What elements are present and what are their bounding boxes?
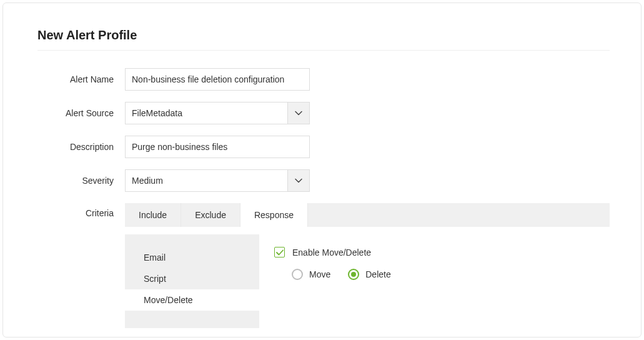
label-radio-delete: Delete [365,269,390,279]
subnav-email[interactable]: Email [125,247,259,268]
select-alert-source-caret[interactable] [287,102,310,124]
label-severity: Severity [37,176,125,186]
chevron-down-icon [295,178,302,183]
label-alert-name: Alert Name [37,74,125,84]
row-severity: Severity Medium [37,169,610,192]
select-severity-caret[interactable] [287,169,310,192]
row-alert-name: Alert Name [37,68,610,91]
select-severity-value: Medium [125,169,287,192]
enable-move-delete-row: Enable Move/Delete [274,247,595,258]
label-alert-source: Alert Source [37,108,125,118]
response-panel: Enable Move/Delete Move Delete [259,234,610,328]
radio-delete-circle [348,269,359,280]
select-alert-source[interactable]: FileMetadata [125,102,310,124]
check-icon [276,249,284,256]
input-alert-name[interactable] [125,68,310,91]
radio-move-circle [292,269,303,280]
subnav-move-delete[interactable]: Move/Delete [125,289,259,311]
label-radio-move: Move [309,269,330,279]
select-alert-source-value: FileMetadata [125,102,287,124]
tab-filler [308,203,610,227]
row-description: Description [37,136,610,158]
radio-delete[interactable]: Delete [348,269,390,280]
label-enable-move-delete: Enable Move/Delete [292,248,371,258]
tab-exclude[interactable]: Exclude [181,203,240,227]
response-content: Email Script Move/Delete Enable Move/Del… [125,234,610,328]
radio-move[interactable]: Move [292,269,330,280]
alert-profile-form: New Alert Profile Alert Name Alert Sourc… [2,2,642,338]
subnav-script[interactable]: Script [125,268,259,289]
criteria-tabs-area: Include Exclude Response Email Script Mo… [125,203,610,328]
response-subnav: Email Script Move/Delete [125,234,259,328]
select-severity[interactable]: Medium [125,169,310,192]
criteria-tabs: Include Exclude Response [125,203,610,227]
tab-include[interactable]: Include [125,203,181,227]
checkbox-enable-move-delete[interactable] [274,247,285,258]
label-criteria: Criteria [37,203,125,218]
chevron-down-icon [295,111,302,116]
page-title: New Alert Profile [37,28,610,51]
row-criteria: Criteria Include Exclude Response Email … [37,203,610,328]
label-description: Description [37,142,125,152]
radio-row: Move Delete [274,269,595,280]
row-alert-source: Alert Source FileMetadata [37,102,610,124]
radio-delete-dot [351,272,356,277]
input-description[interactable] [125,136,310,158]
tab-response[interactable]: Response [240,203,308,227]
